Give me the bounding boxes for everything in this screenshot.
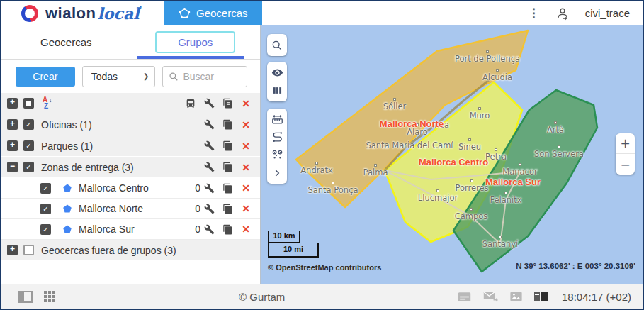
tab-geocercas[interactable]: Geocercas (1, 25, 131, 59)
wrench-icon[interactable] (203, 223, 215, 235)
zoom-out-button[interactable]: − (616, 154, 635, 175)
copy-icon[interactable] (222, 119, 233, 131)
notes-card-icon[interactable] (458, 292, 471, 302)
layout-split-icon[interactable] (534, 292, 548, 301)
geofence-shape-icon (62, 204, 72, 214)
geofence-checkbox[interactable]: ✓ (40, 224, 51, 235)
geofence-label: Mallorca Sur (79, 223, 135, 235)
units-bus-icon[interactable] (185, 98, 196, 109)
geofence-row-mallorca-sur[interactable]: ✓ Mallorca Sur 0 ✕ (1, 219, 260, 240)
waypoints-icon[interactable] (269, 146, 286, 164)
city-label: Palma (363, 167, 388, 177)
group-checkbox[interactable]: ✓ (23, 162, 34, 172)
town-dot (504, 192, 507, 194)
wrench-icon[interactable] (203, 182, 215, 194)
sidebar-controls: Crear Todas ❯ (1, 60, 260, 93)
apps-grid-icon[interactable] (44, 291, 56, 303)
ruler-distance-icon[interactable] (269, 111, 286, 128)
toggle-sidebar-icon[interactable] (18, 291, 33, 303)
geofence-shape-icon (62, 183, 72, 193)
delete-icon[interactable]: ✕ (240, 162, 252, 173)
delete-icon[interactable]: ✕ (240, 203, 252, 214)
city-label: Sóller (383, 101, 407, 111)
zoom-control: + − (616, 133, 635, 175)
expand-group-button[interactable]: + (7, 140, 18, 151)
image-icon[interactable] (510, 292, 522, 301)
group-row-zonas-de-entrega[interactable]: − ✓ Zonas de entrega (3) ✕ (1, 157, 260, 177)
expand-group-button[interactable]: + (7, 119, 18, 130)
user-account-icon[interactable] (555, 6, 570, 21)
expand-group-button[interactable]: + (7, 245, 18, 255)
wrench-icon[interactable] (203, 203, 215, 214)
copy-icon[interactable] (222, 98, 233, 109)
username[interactable]: civi_trace (585, 7, 630, 19)
geofence-count: 0 (186, 223, 200, 235)
select-all-checkbox[interactable] (23, 98, 34, 109)
create-button[interactable]: Crear (16, 67, 75, 87)
wrench-icon[interactable] (203, 119, 215, 131)
visibility-eye-icon[interactable] (269, 64, 286, 82)
filter-dropdown[interactable]: Todas ❯ (82, 66, 156, 87)
delete-icon[interactable]: ✕ (240, 182, 252, 194)
search-box[interactable] (162, 66, 247, 87)
geofence-row-mallorca-centro[interactable]: ✓ Mallorca Centro 0 ✕ (1, 178, 260, 199)
geofence-name-label: Mallorca Centro (419, 157, 488, 167)
city-label: Alcudia (482, 72, 512, 82)
brand-word-wialon: wialon (45, 4, 96, 23)
brand-word-local: local (97, 4, 139, 23)
sort-az-icon[interactable]: A ↓ Z (43, 97, 55, 110)
app-tab-geocercas[interactable]: Geocercas (164, 1, 262, 25)
mail-send-icon[interactable] (483, 291, 498, 302)
zoom-in-button[interactable]: + (616, 133, 635, 154)
delete-icon[interactable]: ✕ (240, 119, 252, 131)
town-dot (393, 98, 396, 101)
geofence-name-label: Mallorca Norte (380, 118, 444, 129)
group-row-parques[interactable]: + ✓ Parques (1) ✕ (1, 135, 260, 156)
group-checkbox[interactable]: ✓ (23, 140, 34, 151)
geofence-count: 0 (186, 203, 200, 214)
delete-icon[interactable]: ✕ (240, 98, 252, 109)
footer-right: 18:04:17 (+02) (458, 291, 643, 303)
map[interactable]: Port de PollençaAlcudiaSóllerMuroIncaAla… (261, 25, 643, 284)
map-source-layers-icon[interactable] (269, 82, 286, 99)
city-label: Santa Maria del Camí (366, 140, 453, 150)
delete-icon[interactable]: ✕ (240, 140, 252, 152)
tab-grupos-box[interactable]: Grupos (155, 31, 235, 53)
group-row-fuera-de-grupos[interactable]: + Geocercas fuera de grupos (3) (1, 240, 260, 260)
copy-icon[interactable] (222, 162, 233, 173)
city-label: Santa Ponça (307, 185, 358, 195)
geofence-checkbox[interactable]: ✓ (40, 183, 51, 194)
tab-grupos[interactable]: Grupos (131, 25, 261, 59)
copy-icon[interactable] (222, 182, 233, 194)
expand-all-button[interactable]: + (7, 98, 18, 109)
overflow-menu-icon[interactable]: ⋮ (528, 6, 540, 21)
collapse-group-button[interactable]: − (7, 162, 18, 172)
delete-icon[interactable]: ✕ (240, 223, 252, 235)
copy-icon[interactable] (222, 223, 233, 235)
copy-icon[interactable] (222, 140, 233, 152)
group-checkbox[interactable]: ✓ (23, 119, 34, 130)
copy-icon[interactable] (222, 203, 233, 214)
wrench-icon[interactable] (203, 162, 215, 173)
town-dot (519, 163, 521, 166)
main-area: Geocercas Grupos Crear Todas ❯ (1, 25, 643, 284)
route-icon[interactable] (269, 128, 286, 146)
wrench-icon[interactable] (203, 140, 215, 152)
expand-panel-chevron-icon[interactable] (269, 164, 286, 182)
group-label: Oficinas (1) (41, 119, 92, 131)
group-checkbox[interactable] (23, 245, 34, 255)
geofence-row-mallorca-norte[interactable]: ✓ Mallorca Norte 0 ✕ (1, 199, 260, 219)
gurtam-copyright: © Gurtam (239, 291, 285, 303)
town-dot (470, 179, 473, 182)
city-label: Petra (485, 152, 507, 162)
search-input[interactable] (183, 71, 239, 82)
sidebar-tabs: Geocercas Grupos (1, 25, 260, 60)
filter-dropdown-value: Todas (91, 71, 118, 82)
map-search-icon[interactable] (269, 36, 286, 54)
group-row-oficinas[interactable]: + ✓ Oficinas (1) ✕ (1, 114, 260, 135)
wrench-icon[interactable] (203, 98, 215, 109)
city-label: Porreres (455, 183, 488, 193)
geofence-checkbox[interactable]: ✓ (40, 204, 51, 214)
town-dot (468, 138, 471, 141)
town-dot (486, 50, 489, 53)
